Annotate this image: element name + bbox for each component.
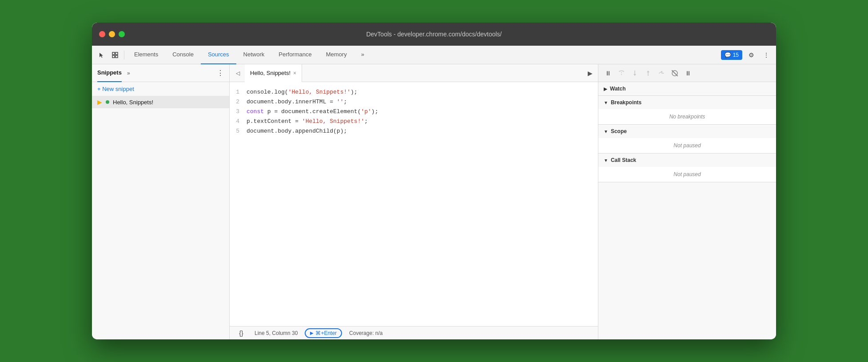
minimize-button[interactable]	[109, 31, 115, 37]
code-line-5: 5 document.body.appendChild(p);	[230, 126, 598, 136]
tab-more[interactable]: »	[354, 46, 371, 64]
cursor-position: Line 5, Column 30	[255, 330, 298, 336]
svg-rect-2	[112, 55, 115, 58]
pause-resume-button[interactable]: ⏸	[602, 67, 614, 79]
coverage-status: Coverage: n/a	[349, 330, 382, 336]
watch-label: Watch	[610, 86, 626, 92]
window-title: DevTools - developer.chrome.com/docs/dev…	[366, 31, 502, 38]
step-over-button[interactable]	[615, 67, 628, 79]
notifications-badge[interactable]: 💬 15	[721, 50, 742, 60]
maximize-button[interactable]	[119, 31, 125, 37]
watch-header[interactable]: ▶ Watch	[598, 82, 776, 95]
svg-marker-9	[647, 71, 649, 72]
scope-content: Not paused	[598, 138, 776, 153]
more-options-button[interactable]: ⋮	[760, 49, 772, 61]
editor-tab-hello-snippets[interactable]: Hello, Snippets! ×	[245, 64, 302, 82]
badge-count: 15	[733, 52, 739, 58]
tab-memory[interactable]: Memory	[319, 46, 354, 64]
breakpoints-section: ▼ Breakpoints No breakpoints	[598, 96, 776, 125]
panel-title: Snippets	[97, 64, 122, 82]
devtools-window: DevTools - developer.chrome.com/docs/dev…	[92, 23, 776, 339]
left-panel: Snippets » ⋮ + New snippet ▶ Hello, Snip…	[92, 64, 230, 339]
settings-icon: ⚙	[749, 51, 754, 59]
code-line-1: 1 console.log('Hello, Snippets!');	[230, 87, 598, 97]
status-bar: {} Line 5, Column 30 ▶ ⌘+Enter Coverage:…	[230, 326, 598, 339]
run-play-icon: ▶	[310, 331, 314, 335]
format-button[interactable]: {}	[235, 327, 247, 339]
toolbar-right: 💬 15 ⚙ ⋮	[721, 49, 772, 61]
snippet-icon: ▶	[97, 98, 102, 106]
svg-rect-0	[112, 52, 115, 55]
call-stack-chevron-icon: ▼	[604, 158, 608, 163]
pause-exceptions-icon: ⏸	[685, 70, 691, 77]
window-controls	[99, 31, 125, 37]
scope-chevron-icon: ▼	[604, 129, 608, 134]
tab-elements[interactable]: Elements	[127, 46, 165, 64]
line-num-1: 1	[233, 87, 247, 97]
cursor-icon[interactable]	[96, 49, 108, 61]
editor-tab-name: Hello, Snippets!	[250, 70, 291, 76]
pause-icon: ⏸	[605, 70, 611, 77]
run-shortcut-button[interactable]: ▶ ⌘+Enter	[305, 328, 342, 338]
snippet-name: Hello, Snippets!	[113, 99, 153, 106]
editor-run-button[interactable]: ▶	[584, 67, 596, 79]
snippet-item[interactable]: ▶ Hello, Snippets!	[92, 96, 229, 108]
watch-section: ▶ Watch	[598, 82, 776, 96]
more-options-icon: ⋮	[763, 51, 769, 59]
scope-not-paused-text: Not paused	[673, 142, 701, 149]
call-stack-section: ▼ Call Stack Not paused	[598, 153, 776, 182]
run-shortcut-label: ⌘+Enter	[315, 330, 337, 336]
code-editor[interactable]: 1 console.log('Hello, Snippets!'); 2 doc…	[230, 82, 598, 326]
toggle-sidebar-button[interactable]: ◁	[231, 67, 244, 79]
call-stack-label: Call Stack	[611, 157, 636, 163]
tab-console[interactable]: Console	[165, 46, 201, 64]
call-stack-content: Not paused	[598, 167, 776, 182]
badge-icon: 💬	[725, 52, 731, 58]
breakpoints-header[interactable]: ▼ Breakpoints	[598, 96, 776, 109]
line-num-4: 4	[233, 117, 247, 126]
svg-marker-4	[623, 71, 624, 72]
close-button[interactable]	[99, 31, 105, 37]
panel-header: Snippets » ⋮	[92, 64, 229, 82]
breakpoints-chevron-icon: ▼	[604, 100, 608, 105]
line-num-2: 2	[233, 97, 247, 107]
devtools-toolbar: Elements Console Sources Network Perform…	[92, 46, 776, 64]
devtools-body: Snippets » ⋮ + New snippet ▶ Hello, Snip…	[92, 64, 776, 339]
line-code-2: document.body.innerHTML = '';	[247, 97, 347, 107]
svg-marker-7	[633, 74, 636, 76]
line-num-5: 5	[233, 126, 247, 136]
right-panel: ⏸	[598, 64, 776, 339]
scope-header[interactable]: ▼ Scope	[598, 125, 776, 138]
toolbar-divider	[124, 51, 124, 59]
editor-tab-close[interactable]: ×	[293, 70, 296, 76]
code-line-3: 3 const p = document.createElement('p');	[230, 107, 598, 117]
line-code-3: const p = document.createElement('p');	[247, 107, 378, 117]
inspect-icon[interactable]	[109, 49, 121, 61]
step-out-button[interactable]	[642, 67, 654, 79]
svg-rect-1	[115, 52, 118, 55]
new-snippet-button[interactable]: + New snippet	[92, 82, 229, 96]
panel-more-tabs[interactable]: »	[124, 69, 133, 77]
tab-performance[interactable]: Performance	[271, 46, 319, 64]
breakpoints-content: No breakpoints	[598, 109, 776, 124]
panel-menu-button[interactable]: ⋮	[217, 69, 224, 77]
scope-label: Scope	[611, 128, 627, 134]
watch-chevron-icon: ▶	[604, 87, 607, 91]
step-button[interactable]	[655, 67, 668, 79]
step-into-button[interactable]	[629, 67, 641, 79]
svg-rect-3	[115, 55, 118, 58]
settings-button[interactable]: ⚙	[745, 49, 757, 61]
breakpoints-empty-text: No breakpoints	[669, 114, 705, 120]
call-stack-header[interactable]: ▼ Call Stack	[598, 153, 776, 167]
line-code-1: console.log('Hello, Snippets!');	[247, 87, 358, 97]
pause-on-exceptions-button[interactable]: ⏸	[682, 67, 694, 79]
run-icon: ▶	[588, 70, 593, 77]
deactivate-breakpoints-button[interactable]	[669, 67, 681, 79]
editor-tabs: ◁ Hello, Snippets! × ▶	[230, 64, 598, 82]
tab-network[interactable]: Network	[236, 46, 272, 64]
editor-panel: ◁ Hello, Snippets! × ▶ 1 console.log('He…	[230, 64, 598, 339]
new-snippet-label: + New snippet	[97, 86, 134, 92]
line-num-3: 3	[233, 107, 247, 117]
tab-sources[interactable]: Sources	[201, 46, 236, 64]
call-stack-not-paused-text: Not paused	[673, 171, 701, 177]
